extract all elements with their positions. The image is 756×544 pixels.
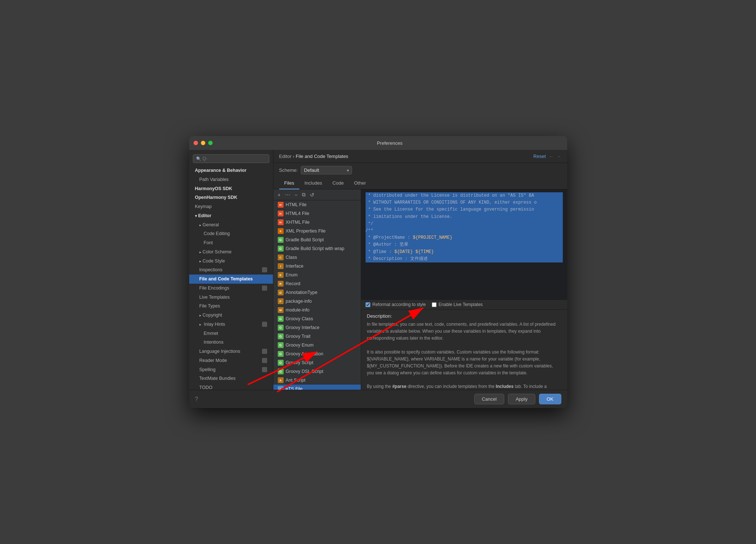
file-item-module-info[interactable]: M module-info bbox=[273, 306, 361, 314]
tab-other[interactable]: Other bbox=[349, 177, 371, 189]
file-item-gradle[interactable]: G Gradle Build Script bbox=[273, 235, 361, 244]
nav-fwd[interactable]: → bbox=[557, 154, 561, 159]
panel-header: Editor › File and Code Templates Reset ←… bbox=[273, 150, 567, 163]
file-item-class[interactable]: C Class bbox=[273, 253, 361, 262]
inlay-badge bbox=[262, 322, 267, 327]
help-button[interactable]: ? bbox=[195, 396, 198, 403]
sidebar-item-emmet[interactable]: Emmet bbox=[189, 329, 273, 338]
copy-template-button[interactable]: ⋯ bbox=[284, 191, 292, 199]
search-box[interactable]: 🔍 bbox=[193, 154, 269, 163]
scheme-dropdown-wrap[interactable]: Default bbox=[301, 166, 352, 174]
class-icon: C bbox=[278, 254, 284, 260]
sidebar-item-textmate[interactable]: TextMate Bundles bbox=[189, 374, 273, 383]
live-templates-checkbox-input[interactable] bbox=[432, 302, 437, 307]
file-item-xhtml[interactable]: H XHTML File bbox=[273, 218, 361, 227]
live-templates-checkbox[interactable]: Enable Live Templates bbox=[432, 302, 483, 307]
right-panel: Editor › File and Code Templates Reset ←… bbox=[273, 150, 567, 390]
file-item-xml-props[interactable]: X XML Properties File bbox=[273, 227, 361, 235]
reformat-checkbox[interactable]: Reformat according to style bbox=[366, 302, 426, 307]
description-area: Description: In file templates, you can … bbox=[361, 309, 567, 390]
tab-files[interactable]: Files bbox=[279, 177, 299, 189]
file-item-groovy-iface[interactable]: G Groovy Interface bbox=[273, 323, 361, 332]
file-item-annotation[interactable]: @ AnnotationType bbox=[273, 288, 361, 297]
sidebar-item-spelling[interactable]: Spelling bbox=[189, 365, 273, 374]
sidebar-item-editor[interactable]: Editor bbox=[189, 211, 273, 220]
tab-includes[interactable]: Includes bbox=[299, 177, 327, 189]
add-template-button[interactable]: + bbox=[276, 191, 282, 199]
sidebar-item-live-templates[interactable]: Live Templates bbox=[189, 293, 273, 302]
ok-button[interactable]: OK bbox=[539, 394, 561, 404]
cancel-button[interactable]: Cancel bbox=[474, 394, 504, 404]
file-list: + ⋯ − ⧉ ↺ H HTML File H HTML4 File bbox=[273, 189, 361, 390]
spelling-badge bbox=[262, 367, 267, 372]
sidebar-item-file-templates[interactable]: File and Code Templates bbox=[189, 275, 273, 284]
window-title: Preferences bbox=[217, 140, 563, 146]
description-text-3: By using the #parse directive, you can i… bbox=[367, 383, 561, 390]
duplicate-template-button[interactable]: ⧉ bbox=[300, 191, 307, 199]
sidebar-item-intentions[interactable]: Intentions bbox=[189, 338, 273, 347]
description-text-2: It is also possible to specify custom va… bbox=[367, 349, 561, 377]
file-item-groovy-class[interactable]: G Groovy Class bbox=[273, 314, 361, 323]
file-item-ets[interactable]: e eTS File bbox=[273, 385, 361, 390]
sidebar-item-file-types[interactable]: File Types bbox=[189, 302, 273, 311]
sidebar-item-path-variables[interactable]: Path Variables bbox=[189, 175, 273, 184]
sidebar-item-harmony[interactable]: HarmonyOS SDK bbox=[189, 184, 273, 193]
file-item-ant[interactable]: A Ant Script bbox=[273, 376, 361, 385]
traffic-lights bbox=[194, 141, 213, 145]
close-button[interactable] bbox=[194, 141, 198, 145]
file-item-gradle-wrap[interactable]: G Gradle Build Script with wrap bbox=[273, 244, 361, 253]
sidebar-item-font[interactable]: Font bbox=[189, 238, 273, 248]
groovy-class-icon: G bbox=[278, 316, 284, 322]
file-item-html4[interactable]: H HTML4 File bbox=[273, 209, 361, 218]
file-item-groovy-ann[interactable]: G Groovy Annotation bbox=[273, 350, 361, 358]
sidebar-item-code-editing[interactable]: Code Editing bbox=[189, 229, 273, 238]
scheme-dropdown[interactable]: Default bbox=[301, 166, 352, 174]
file-item-package-info[interactable]: P package-info bbox=[273, 297, 361, 306]
apply-button[interactable]: Apply bbox=[508, 394, 535, 404]
inspections-badge bbox=[262, 267, 267, 272]
code-line-10: * Description : 文件描述 bbox=[366, 256, 563, 262]
scheme-label: Scheme: bbox=[279, 167, 298, 173]
description-title: Description: bbox=[367, 313, 561, 319]
file-item-html[interactable]: H HTML File bbox=[273, 200, 361, 209]
tab-code[interactable]: Code bbox=[327, 177, 349, 189]
html4-file-icon: H bbox=[278, 211, 284, 216]
sidebar-item-inspections[interactable]: Inspections bbox=[189, 265, 273, 275]
groovy-script-icon: G bbox=[278, 360, 284, 366]
sidebar-item-general[interactable]: General bbox=[189, 220, 273, 230]
sidebar-item-file-encodings[interactable]: File Encodings bbox=[189, 284, 273, 293]
minimize-button[interactable] bbox=[201, 141, 205, 145]
groovy-ann-icon: G bbox=[278, 351, 284, 357]
reset-button[interactable]: Reset bbox=[534, 154, 546, 159]
file-item-groovy-enum[interactable]: G Groovy Enum bbox=[273, 341, 361, 350]
code-area[interactable]: * distributed under the License is distr… bbox=[361, 189, 567, 299]
file-item-interface[interactable]: I Interface bbox=[273, 262, 361, 271]
sidebar-item-todo[interactable]: TODO bbox=[189, 383, 273, 390]
sidebar-item-lang-injections[interactable]: Language Injections bbox=[189, 347, 273, 356]
sidebar-item-code-style[interactable]: Code Style bbox=[189, 257, 273, 266]
sidebar-item-copyright[interactable]: Copyright bbox=[189, 311, 273, 320]
nav-back[interactable]: ← bbox=[549, 154, 554, 159]
file-item-record[interactable]: R Record bbox=[273, 279, 361, 288]
module-info-icon: M bbox=[278, 307, 284, 313]
sidebar-item-inlay-hints[interactable]: Inlay Hints bbox=[189, 320, 273, 329]
interface-icon: I bbox=[278, 263, 284, 269]
gradle-icon: G bbox=[278, 237, 284, 243]
file-item-groovy-trait[interactable]: G Groovy Trait bbox=[273, 332, 361, 341]
file-item-enum[interactable]: E Enum bbox=[273, 271, 361, 279]
tabs-row: Files Includes Code Other bbox=[273, 177, 567, 189]
code-line-7: * @ProjectName : ${PROJECT_NAME} bbox=[366, 234, 563, 241]
sidebar-item-appearance[interactable]: Appearance & Behavior bbox=[189, 166, 273, 175]
reformat-checkbox-input[interactable] bbox=[366, 302, 370, 307]
sidebar-item-reader-mode[interactable]: Reader Mode bbox=[189, 356, 273, 365]
remove-template-button[interactable]: − bbox=[293, 191, 299, 199]
search-input[interactable] bbox=[203, 156, 266, 161]
sidebar-item-openharmony[interactable]: OpenHarmony SDK bbox=[189, 193, 273, 202]
reset-template-button[interactable]: ↺ bbox=[308, 191, 316, 199]
groovy-iface-icon: G bbox=[278, 325, 284, 330]
file-item-groovy-dsl[interactable]: G Groovy DSL Script bbox=[273, 367, 361, 376]
maximize-button[interactable] bbox=[208, 141, 213, 145]
file-item-groovy-script[interactable]: G Groovy Script bbox=[273, 358, 361, 367]
sidebar-item-keymap[interactable]: Keymap bbox=[189, 202, 273, 211]
sidebar-item-color-scheme[interactable]: Color Scheme bbox=[189, 248, 273, 257]
